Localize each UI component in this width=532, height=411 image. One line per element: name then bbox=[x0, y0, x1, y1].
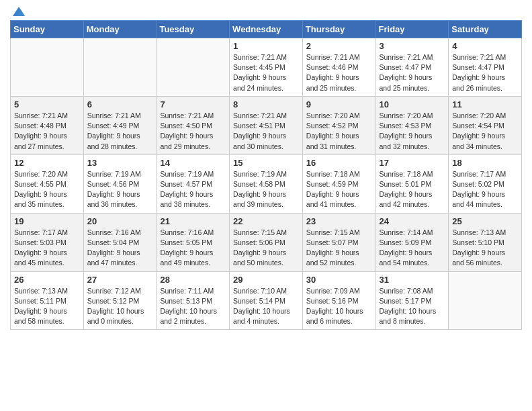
day-info: Sunrise: 7:21 AM Sunset: 4:48 PM Dayligh… bbox=[14, 111, 80, 152]
day-info: Sunrise: 7:21 AM Sunset: 4:45 PM Dayligh… bbox=[233, 52, 299, 93]
day-info: Sunrise: 7:21 AM Sunset: 4:49 PM Dayligh… bbox=[87, 111, 153, 152]
day-info: Sunrise: 7:13 AM Sunset: 5:10 PM Dayligh… bbox=[452, 228, 518, 269]
calendar-day-16: 16Sunrise: 7:18 AM Sunset: 4:59 PM Dayli… bbox=[302, 154, 375, 213]
day-info: Sunrise: 7:09 AM Sunset: 5:16 PM Dayligh… bbox=[306, 286, 372, 327]
day-number: 2 bbox=[306, 41, 372, 51]
calendar-day-10: 10Sunrise: 7:20 AM Sunset: 4:53 PM Dayli… bbox=[375, 96, 449, 154]
weekday-header-sunday: Sunday bbox=[11, 21, 84, 38]
calendar-day-2: 2Sunrise: 7:21 AM Sunset: 4:46 PM Daylig… bbox=[302, 38, 375, 97]
day-number: 7 bbox=[160, 99, 226, 109]
day-number: 5 bbox=[14, 99, 80, 109]
day-info: Sunrise: 7:21 AM Sunset: 4:47 PM Dayligh… bbox=[380, 52, 445, 93]
day-number: 14 bbox=[160, 158, 226, 168]
day-number: 15 bbox=[233, 158, 299, 168]
calendar-day-24: 24Sunrise: 7:14 AM Sunset: 5:09 PM Dayli… bbox=[375, 213, 449, 271]
logo bbox=[10, 7, 26, 15]
calendar-day-4: 4Sunrise: 7:21 AM Sunset: 4:47 PM Daylig… bbox=[449, 38, 522, 97]
calendar-day-12: 12Sunrise: 7:20 AM Sunset: 4:55 PM Dayli… bbox=[11, 154, 84, 213]
day-info: Sunrise: 7:14 AM Sunset: 5:09 PM Dayligh… bbox=[380, 228, 445, 269]
day-info: Sunrise: 7:21 AM Sunset: 4:47 PM Dayligh… bbox=[452, 52, 518, 93]
calendar-day-11: 11Sunrise: 7:20 AM Sunset: 4:54 PM Dayli… bbox=[449, 96, 522, 154]
calendar-day-5: 5Sunrise: 7:21 AM Sunset: 4:48 PM Daylig… bbox=[11, 96, 84, 154]
calendar-day-21: 21Sunrise: 7:16 AM Sunset: 5:05 PM Dayli… bbox=[157, 213, 230, 271]
day-number: 9 bbox=[306, 99, 372, 109]
calendar-day-20: 20Sunrise: 7:16 AM Sunset: 5:04 PM Dayli… bbox=[83, 213, 157, 271]
day-number: 6 bbox=[87, 99, 153, 109]
page: SundayMondayTuesdayWednesdayThursdayFrid… bbox=[0, 0, 532, 336]
calendar-week-row: 5Sunrise: 7:21 AM Sunset: 4:48 PM Daylig… bbox=[11, 96, 522, 154]
calendar-day-14: 14Sunrise: 7:19 AM Sunset: 4:57 PM Dayli… bbox=[157, 154, 230, 213]
day-number: 16 bbox=[306, 158, 372, 168]
day-number: 26 bbox=[14, 275, 80, 285]
day-info: Sunrise: 7:18 AM Sunset: 4:59 PM Dayligh… bbox=[306, 169, 372, 210]
calendar-day-15: 15Sunrise: 7:19 AM Sunset: 4:58 PM Dayli… bbox=[230, 154, 303, 213]
calendar-day-8: 8Sunrise: 7:21 AM Sunset: 4:51 PM Daylig… bbox=[230, 96, 303, 154]
weekday-header-friday: Friday bbox=[375, 21, 449, 38]
day-info: Sunrise: 7:19 AM Sunset: 4:57 PM Dayligh… bbox=[160, 169, 226, 210]
day-number: 3 bbox=[380, 41, 445, 51]
weekday-header-wednesday: Wednesday bbox=[230, 21, 303, 38]
calendar-day-28: 28Sunrise: 7:11 AM Sunset: 5:13 PM Dayli… bbox=[157, 271, 230, 330]
day-number: 1 bbox=[233, 41, 299, 51]
calendar-header-row: SundayMondayTuesdayWednesdayThursdayFrid… bbox=[11, 21, 522, 38]
day-info: Sunrise: 7:10 AM Sunset: 5:14 PM Dayligh… bbox=[233, 286, 299, 327]
day-info: Sunrise: 7:19 AM Sunset: 4:58 PM Dayligh… bbox=[233, 169, 299, 210]
calendar-empty-cell bbox=[449, 271, 522, 330]
day-number: 18 bbox=[452, 158, 518, 168]
day-info: Sunrise: 7:21 AM Sunset: 4:50 PM Dayligh… bbox=[160, 111, 226, 152]
day-number: 28 bbox=[160, 275, 226, 285]
calendar-week-row: 1Sunrise: 7:21 AM Sunset: 4:45 PM Daylig… bbox=[11, 38, 522, 97]
day-number: 22 bbox=[233, 216, 299, 226]
logo-icon bbox=[11, 5, 26, 17]
calendar-day-3: 3Sunrise: 7:21 AM Sunset: 4:47 PM Daylig… bbox=[375, 38, 449, 97]
calendar-day-1: 1Sunrise: 7:21 AM Sunset: 4:45 PM Daylig… bbox=[230, 38, 303, 97]
day-number: 12 bbox=[14, 158, 80, 168]
calendar-empty-cell bbox=[157, 38, 230, 97]
day-info: Sunrise: 7:11 AM Sunset: 5:13 PM Dayligh… bbox=[160, 286, 226, 327]
day-info: Sunrise: 7:17 AM Sunset: 5:02 PM Dayligh… bbox=[452, 169, 518, 210]
day-info: Sunrise: 7:17 AM Sunset: 5:03 PM Dayligh… bbox=[14, 228, 80, 269]
day-number: 17 bbox=[380, 158, 445, 168]
day-number: 13 bbox=[87, 158, 153, 168]
calendar-table: SundayMondayTuesdayWednesdayThursdayFrid… bbox=[10, 20, 522, 330]
day-info: Sunrise: 7:15 AM Sunset: 5:07 PM Dayligh… bbox=[306, 228, 372, 269]
day-info: Sunrise: 7:13 AM Sunset: 5:11 PM Dayligh… bbox=[14, 286, 80, 327]
calendar-day-23: 23Sunrise: 7:15 AM Sunset: 5:07 PM Dayli… bbox=[302, 213, 375, 271]
weekday-header-thursday: Thursday bbox=[302, 21, 375, 38]
day-info: Sunrise: 7:15 AM Sunset: 5:06 PM Dayligh… bbox=[233, 228, 299, 269]
day-info: Sunrise: 7:20 AM Sunset: 4:54 PM Dayligh… bbox=[452, 111, 518, 152]
weekday-header-tuesday: Tuesday bbox=[157, 21, 230, 38]
day-info: Sunrise: 7:21 AM Sunset: 4:46 PM Dayligh… bbox=[306, 52, 372, 93]
calendar-week-row: 12Sunrise: 7:20 AM Sunset: 4:55 PM Dayli… bbox=[11, 154, 522, 213]
day-number: 23 bbox=[306, 216, 372, 226]
day-info: Sunrise: 7:18 AM Sunset: 5:01 PM Dayligh… bbox=[380, 169, 445, 210]
day-info: Sunrise: 7:20 AM Sunset: 4:55 PM Dayligh… bbox=[14, 169, 80, 210]
calendar-week-row: 19Sunrise: 7:17 AM Sunset: 5:03 PM Dayli… bbox=[11, 213, 522, 271]
day-number: 11 bbox=[452, 99, 518, 109]
calendar-day-18: 18Sunrise: 7:17 AM Sunset: 5:02 PM Dayli… bbox=[449, 154, 522, 213]
day-number: 29 bbox=[233, 275, 299, 285]
day-number: 25 bbox=[452, 216, 518, 226]
day-number: 31 bbox=[380, 275, 445, 285]
calendar-day-27: 27Sunrise: 7:12 AM Sunset: 5:12 PM Dayli… bbox=[83, 271, 157, 330]
day-info: Sunrise: 7:16 AM Sunset: 5:04 PM Dayligh… bbox=[87, 228, 153, 269]
calendar-week-row: 26Sunrise: 7:13 AM Sunset: 5:11 PM Dayli… bbox=[11, 271, 522, 330]
day-number: 24 bbox=[380, 216, 445, 226]
calendar-day-22: 22Sunrise: 7:15 AM Sunset: 5:06 PM Dayli… bbox=[230, 213, 303, 271]
day-number: 27 bbox=[87, 275, 153, 285]
day-number: 21 bbox=[160, 216, 226, 226]
calendar-day-30: 30Sunrise: 7:09 AM Sunset: 5:16 PM Dayli… bbox=[302, 271, 375, 330]
calendar-day-29: 29Sunrise: 7:10 AM Sunset: 5:14 PM Dayli… bbox=[230, 271, 303, 330]
calendar-day-25: 25Sunrise: 7:13 AM Sunset: 5:10 PM Dayli… bbox=[449, 213, 522, 271]
day-info: Sunrise: 7:16 AM Sunset: 5:05 PM Dayligh… bbox=[160, 228, 226, 269]
calendar-day-17: 17Sunrise: 7:18 AM Sunset: 5:01 PM Dayli… bbox=[375, 154, 449, 213]
calendar-day-13: 13Sunrise: 7:19 AM Sunset: 4:56 PM Dayli… bbox=[83, 154, 157, 213]
day-info: Sunrise: 7:08 AM Sunset: 5:17 PM Dayligh… bbox=[380, 286, 445, 327]
day-info: Sunrise: 7:20 AM Sunset: 4:53 PM Dayligh… bbox=[380, 111, 445, 152]
day-number: 20 bbox=[87, 216, 153, 226]
day-number: 19 bbox=[14, 216, 80, 226]
day-number: 8 bbox=[233, 99, 299, 109]
day-info: Sunrise: 7:20 AM Sunset: 4:52 PM Dayligh… bbox=[306, 111, 372, 152]
calendar-day-6: 6Sunrise: 7:21 AM Sunset: 4:49 PM Daylig… bbox=[83, 96, 157, 154]
day-number: 30 bbox=[306, 275, 372, 285]
